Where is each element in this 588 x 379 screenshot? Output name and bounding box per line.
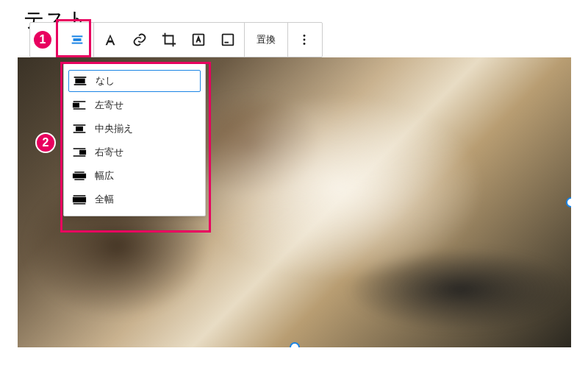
svg-point-13 — [304, 39, 306, 41]
block-toolbar: 置換 — [29, 22, 323, 57]
align-option-label: 左寄せ — [95, 99, 123, 112]
align-option-full[interactable]: 全幅 — [64, 188, 205, 211]
svg-rect-10 — [223, 35, 234, 46]
crop-icon[interactable] — [154, 25, 184, 54]
align-option-label: 全幅 — [95, 193, 114, 206]
align-option-wide[interactable]: 幅広 — [64, 164, 205, 188]
annotation-badge-1: 1 — [32, 29, 53, 50]
svg-rect-22 — [76, 127, 82, 131]
annotation-badge-2: 2 — [35, 132, 56, 153]
svg-rect-31 — [74, 198, 86, 202]
align-option-left[interactable]: 左寄せ — [64, 93, 205, 117]
align-right-icon — [71, 146, 87, 159]
resize-handle-right[interactable] — [566, 197, 571, 208]
align-option-label: 幅広 — [95, 169, 114, 183]
svg-point-14 — [304, 43, 306, 45]
align-option-label: 右寄せ — [95, 146, 123, 159]
align-option-right[interactable]: 右寄せ — [64, 141, 205, 164]
svg-rect-28 — [74, 174, 86, 178]
align-option-label: なし — [96, 74, 115, 88]
svg-rect-25 — [80, 151, 86, 155]
align-none-icon — [72, 74, 88, 88]
svg-point-12 — [304, 35, 306, 37]
svg-rect-19 — [74, 104, 79, 107]
text-style-icon[interactable] — [96, 25, 125, 54]
svg-rect-16 — [76, 79, 85, 83]
replace-button[interactable]: 置換 — [246, 25, 286, 54]
align-full-icon — [71, 193, 87, 206]
text-over-image-icon[interactable] — [184, 25, 213, 54]
align-option-none[interactable]: なし — [68, 70, 201, 92]
align-wide-icon — [71, 169, 87, 183]
align-option-label: 中央揃え — [95, 122, 133, 135]
alignment-dropdown: なし 左寄せ 中央揃え 右寄せ — [63, 63, 206, 216]
more-options-icon[interactable] — [290, 25, 319, 54]
resize-handle-bottom[interactable] — [290, 342, 300, 347]
caption-icon[interactable] — [213, 25, 243, 54]
align-center-icon — [71, 122, 87, 135]
align-button[interactable] — [62, 25, 92, 54]
align-left-icon — [71, 99, 87, 112]
link-icon[interactable] — [125, 25, 154, 54]
align-option-center[interactable]: 中央揃え — [64, 117, 205, 141]
